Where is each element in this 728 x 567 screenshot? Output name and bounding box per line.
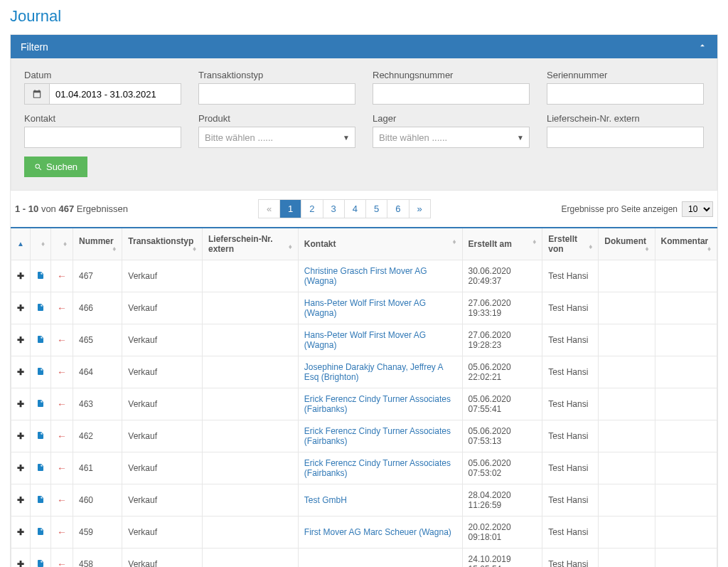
document-icon[interactable]	[36, 464, 45, 475]
expand-icon[interactable]: ✚	[17, 463, 24, 473]
col-nummer[interactable]: Nummer♦	[73, 228, 122, 260]
kontakt-link[interactable]: Hans-Peter Wolf First Mover AG (Wagna)	[304, 298, 426, 318]
kontakt-link[interactable]: Erick Ferencz Cindy Turner Associates (F…	[304, 394, 451, 414]
cell-kontakt: Erick Ferencz Cindy Turner Associates (F…	[298, 388, 462, 420]
kontakt-link[interactable]: Erick Ferencz Cindy Turner Associates (F…	[304, 458, 451, 478]
cell-erstellt-von: Test Hansi	[542, 420, 599, 452]
chevron-up-icon[interactable]	[697, 41, 707, 53]
page-4[interactable]: 4	[345, 200, 365, 218]
cell-erstellt-am: 27.06.2020 19:33:19	[462, 292, 542, 324]
cell-kommentar	[655, 356, 717, 388]
kontakt-link[interactable]: First Mover AG Marc Scheuer (Wagna)	[304, 527, 451, 537]
expand-icon[interactable]: ✚	[17, 527, 24, 537]
document-icon[interactable]	[36, 304, 45, 314]
page-title: Journal	[10, 7, 718, 26]
cell-typ: Verkauf	[122, 388, 203, 420]
document-icon[interactable]	[36, 560, 45, 568]
page-6[interactable]: 6	[387, 200, 408, 218]
col-lieferschein[interactable]: Lieferschein-Nr. extern♦	[203, 228, 299, 260]
expand-icon[interactable]: ✚	[17, 399, 24, 409]
cell-kontakt: Hans-Peter Wolf First Mover AG (Wagna)	[298, 324, 462, 356]
cell-lieferschein	[203, 260, 299, 292]
seriennummer-input[interactable]	[547, 83, 704, 105]
cell-dokument	[599, 484, 655, 516]
cell-lieferschein	[203, 452, 299, 484]
cell-typ: Verkauf	[122, 452, 203, 484]
datum-input[interactable]	[49, 83, 181, 105]
search-button[interactable]: Suchen	[24, 157, 87, 177]
lager-select[interactable]	[373, 127, 530, 148]
table-row: ✚←464VerkaufJosephine Darakjy Chanay, Je…	[11, 356, 717, 388]
cell-dokument	[599, 292, 655, 324]
cell-erstellt-von: Test Hansi	[542, 356, 599, 388]
lieferschein-input[interactable]	[547, 127, 704, 148]
page-5[interactable]: 5	[366, 200, 387, 218]
expand-icon[interactable]: ✚	[17, 303, 24, 313]
page-2[interactable]: 2	[301, 200, 322, 218]
rechnungsnummer-label: Rechnungsnummer	[373, 70, 530, 80]
transaktionstyp-label: Transaktionstyp	[198, 70, 355, 80]
kontakt-link[interactable]: Josephine Darakjy Chanay, Jeffrey A Esq …	[304, 362, 443, 382]
kontakt-link[interactable]: Erick Ferencz Cindy Turner Associates (F…	[304, 426, 451, 446]
cell-erstellt-von: Test Hansi	[542, 484, 599, 516]
arrow-left-icon: ←	[57, 334, 67, 346]
seriennummer-label: Seriennummer	[547, 70, 704, 80]
expand-icon[interactable]: ✚	[17, 495, 24, 505]
document-icon[interactable]	[36, 336, 45, 346]
cell-erstellt-am: 05.06.2020 07:53:13	[462, 420, 542, 452]
cell-nummer: 458	[73, 549, 122, 568]
document-icon[interactable]	[36, 272, 45, 282]
kontakt-link[interactable]: Christine Grasch First Mover AG (Wagna)	[304, 266, 427, 286]
cell-typ: Verkauf	[122, 484, 203, 516]
results-per-page-select[interactable]: 10	[682, 201, 713, 217]
col-erstellt-von[interactable]: Erstellt von♦	[542, 228, 599, 260]
col-dokument[interactable]: Dokument♦	[599, 228, 655, 260]
table-row: ✚←459VerkaufFirst Mover AG Marc Scheuer …	[11, 516, 717, 549]
arrow-left-icon: ←	[57, 302, 67, 314]
cell-typ: Verkauf	[122, 324, 203, 356]
rechnungsnummer-input[interactable]	[373, 83, 530, 105]
kontakt-link[interactable]: Hans-Peter Wolf First Mover AG (Wagna)	[304, 330, 426, 350]
document-icon[interactable]	[36, 368, 45, 378]
col-expand[interactable]: ▲	[11, 228, 31, 260]
cell-kommentar	[655, 260, 717, 292]
document-icon[interactable]	[36, 400, 45, 410]
kontakt-link[interactable]: Test GmbH	[304, 495, 347, 505]
table-row: ✚←465VerkaufHans-Peter Wolf First Mover …	[11, 324, 717, 356]
page-1[interactable]: 1	[280, 200, 301, 218]
table-row: ✚←462VerkaufErick Ferencz Cindy Turner A…	[11, 420, 717, 452]
kontakt-input[interactable]	[24, 127, 181, 148]
col-kontakt[interactable]: Kontakt♦	[298, 228, 462, 260]
expand-icon[interactable]: ✚	[17, 271, 24, 281]
col-doc[interactable]: ♦	[31, 228, 51, 260]
produkt-select[interactable]	[198, 127, 355, 148]
page-3[interactable]: 3	[323, 200, 344, 218]
expand-icon[interactable]: ✚	[17, 431, 24, 441]
col-kommentar[interactable]: Kommentar♦	[655, 228, 717, 260]
cell-nummer: 465	[73, 324, 122, 356]
cell-erstellt-am: 20.02.2020 09:18:01	[462, 516, 542, 549]
cell-kontakt: Test GmbH	[298, 484, 462, 516]
search-icon	[34, 163, 43, 171]
page-prev[interactable]: «	[259, 200, 279, 218]
expand-icon[interactable]: ✚	[17, 367, 24, 377]
expand-icon[interactable]: ✚	[17, 559, 24, 567]
calendar-icon[interactable]	[24, 83, 49, 105]
cell-erstellt-am: 30.06.2020 20:49:37	[462, 260, 542, 292]
document-icon[interactable]	[36, 496, 45, 507]
cell-kontakt: Erick Ferencz Cindy Turner Associates (F…	[298, 452, 462, 484]
document-icon[interactable]	[36, 432, 45, 443]
cell-kontakt: Christine Grasch First Mover AG (Wagna)	[298, 260, 462, 292]
page-next[interactable]: »	[410, 200, 430, 218]
results-bar: 1 - 10 von 467 Ergebnissen « 1 2 3 4 5 6…	[11, 191, 717, 227]
col-erstellt-am[interactable]: Erstellt am♦	[462, 228, 542, 260]
expand-icon[interactable]: ✚	[17, 335, 24, 345]
arrow-left-icon: ←	[57, 494, 67, 506]
lager-label: Lager	[373, 113, 530, 124]
document-icon[interactable]	[36, 528, 45, 539]
col-direction[interactable]: ♦	[51, 228, 73, 260]
cell-erstellt-am: 28.04.2020 11:26:59	[462, 484, 542, 516]
cell-lieferschein	[203, 484, 299, 516]
col-transaktionstyp[interactable]: Transaktionstyp♦	[122, 228, 203, 260]
transaktionstyp-select[interactable]	[198, 83, 355, 105]
